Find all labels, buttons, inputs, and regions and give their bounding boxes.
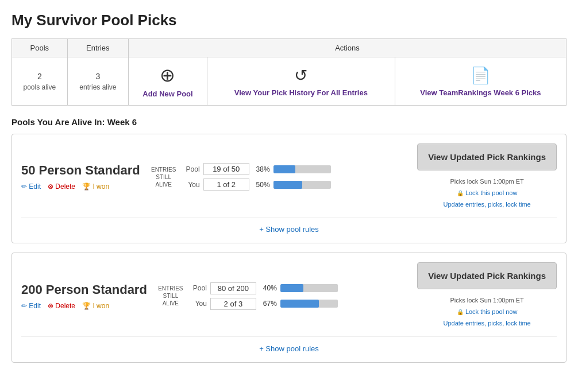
pool-pct-1: 38%	[253, 165, 270, 173]
pool-name-1: 50 Person Standard	[21, 163, 140, 178]
entries-cell: 3 entries alive	[67, 57, 128, 106]
show-rules-2: + Show pool rules	[21, 336, 557, 353]
team-rankings-icon: 📄	[471, 66, 491, 85]
pool-progress-1	[273, 165, 331, 173]
won-link-1[interactable]: 🏆 I won	[82, 183, 109, 191]
entries-header: Entries	[67, 39, 128, 57]
entries-still-alive-label-1: ENTRIESSTILLALIVE	[149, 166, 178, 188]
pool-card-1: 50 Person Standard ✏ Edit ⊗ Delete 🏆 I w…	[11, 134, 567, 243]
you-label-2: You	[191, 300, 207, 308]
rankings-info-2: Picks lock Sun 1:00pm ET 🔒 Lock this poo…	[417, 295, 557, 329]
show-rules-link-2[interactable]: + Show pool rules	[259, 344, 319, 353]
pool-value-1: 19 of 50	[203, 163, 249, 175]
team-rankings-cell[interactable]: 📄 View TeamRankings Week 6 Picks	[395, 57, 566, 106]
section-header: Pools You Are Alive In: Week 6	[11, 117, 567, 127]
pick-history-cell[interactable]: ↺ View Your Pick History For All Entries	[207, 57, 395, 106]
update-entries-link-1[interactable]: Update entries, picks, lock time	[443, 201, 530, 208]
you-value-2: 2 of 3	[210, 298, 256, 310]
pools-header: Pools	[12, 39, 68, 57]
rankings-btn-2[interactable]: View Updated Pick Rankings	[417, 262, 557, 289]
entries-still-alive-label-2: ENTRIESSTILLALIVE	[156, 285, 185, 307]
pool-progress-2	[280, 284, 338, 292]
entries-count: 3	[72, 72, 124, 81]
lock-pool-link-2[interactable]: Lock this pool now	[465, 308, 518, 315]
show-rules-link-1[interactable]: + Show pool rules	[259, 225, 319, 234]
delete-link-2[interactable]: ⊗ Delete	[48, 302, 75, 310]
edit-link-2[interactable]: ✏ Edit	[21, 302, 41, 310]
pool-value-2: 80 of 200	[210, 282, 256, 294]
pool-entry-row-1: Pool 19 of 50 38%	[184, 163, 331, 175]
you-entry-row-1: You 1 of 2 50%	[184, 178, 331, 191]
pool-label-1: Pool	[184, 165, 200, 173]
picks-lock-text-2: Picks lock Sun 1:00pm ET	[450, 297, 523, 304]
you-value-1: 1 of 2	[203, 178, 249, 191]
summary-table: Pools Entries Actions 2 pools alive 3 en…	[11, 38, 567, 106]
add-pool-cell[interactable]: ⊕ Add New Pool	[128, 57, 207, 106]
lock-icon-2: 🔒	[457, 309, 464, 315]
delete-link-1[interactable]: ⊗ Delete	[48, 183, 75, 191]
you-label-1: You	[184, 181, 200, 189]
won-link-2[interactable]: 🏆 I won	[82, 302, 109, 310]
pool-pct-2: 40%	[260, 284, 277, 292]
rankings-section-1: View Updated Pick Rankings Picks lock Su…	[417, 143, 557, 210]
pool-entry-row-2: Pool 80 of 200 40%	[191, 282, 338, 294]
show-rules-1: + Show pool rules	[21, 217, 557, 234]
pick-history-icon: ↺	[294, 66, 307, 85]
add-pool-icon: ⊕	[160, 64, 175, 86]
picks-lock-text-1: Picks lock Sun 1:00pm ET	[450, 178, 523, 185]
team-rankings-link[interactable]: View TeamRankings Week 6 Picks	[420, 88, 541, 97]
pools-label: pools alive	[17, 83, 63, 91]
entries-label: entries alive	[72, 83, 124, 91]
pools-count: 2	[17, 72, 63, 81]
actions-header: Actions	[128, 39, 566, 57]
lock-icon-1: 🔒	[457, 190, 464, 196]
pool-card-2: 200 Person Standard ✏ Edit ⊗ Delete 🏆 I …	[11, 253, 567, 362]
pools-container: 50 Person Standard ✏ Edit ⊗ Delete 🏆 I w…	[11, 134, 567, 363]
pools-cell: 2 pools alive	[12, 57, 68, 106]
you-pct-2: 67%	[260, 300, 277, 308]
update-entries-link-2[interactable]: Update entries, picks, lock time	[443, 320, 530, 327]
rankings-section-2: View Updated Pick Rankings Picks lock Su…	[417, 262, 557, 329]
you-entry-row-2: You 2 of 3 67%	[191, 298, 338, 310]
pool-label-2: Pool	[191, 284, 207, 292]
rankings-info-1: Picks lock Sun 1:00pm ET 🔒 Lock this poo…	[417, 176, 557, 210]
pick-history-link[interactable]: View Your Pick History For All Entries	[234, 88, 368, 97]
add-pool-link[interactable]: Add New Pool	[142, 90, 192, 98]
you-progress-1	[273, 181, 331, 189]
lock-pool-link-1[interactable]: Lock this pool now	[465, 189, 518, 196]
pool-name-2: 200 Person Standard	[21, 282, 147, 297]
rankings-btn-1[interactable]: View Updated Pick Rankings	[417, 143, 557, 170]
page-title: My Survivor Pool Picks	[11, 11, 567, 29]
you-pct-1: 50%	[253, 181, 270, 189]
edit-link-1[interactable]: ✏ Edit	[21, 183, 41, 191]
you-progress-2	[280, 300, 338, 308]
